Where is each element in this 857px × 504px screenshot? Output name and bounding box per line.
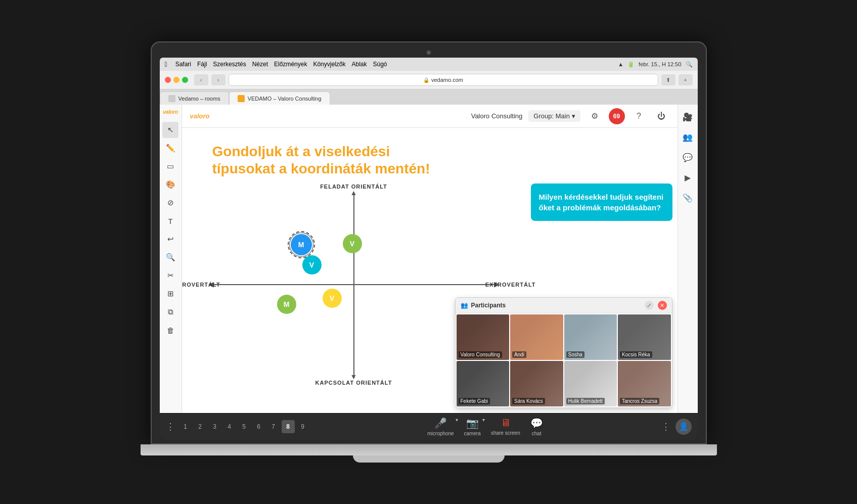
page-btn-8[interactable]: 8 [282,420,295,433]
node-m1[interactable]: M [291,234,312,255]
back-button[interactable]: ‹ [194,74,208,85]
tool-layers[interactable]: ⧉ [162,304,178,320]
menu-bookmarks[interactable]: Könyvjelzők [313,61,345,68]
page-btn-5[interactable]: 5 [238,420,251,433]
microphone-label: microphone [427,431,454,436]
rs-attach-button[interactable]: 📎 [680,190,696,206]
node-v3[interactable]: V [323,289,342,308]
menu-file[interactable]: Fájl [197,61,207,68]
laptop-camera [427,51,431,55]
callout-text: Milyen kérdésekkel tudjuk segíteni őket … [539,193,664,212]
page-btn-7[interactable]: 7 [267,420,280,433]
participants-close-button[interactable]: ✕ [658,301,667,310]
url-bar[interactable]: 🔒 vedamo.com [229,74,658,86]
participant-name-1: Andi [512,351,526,358]
camera-label: camera [464,431,481,436]
page-btn-2[interactable]: 2 [194,420,207,433]
toolbar-more-dots[interactable]: ⋮ [661,421,670,432]
tool-rect[interactable]: ▭ [162,158,178,174]
page-btn-4[interactable]: 4 [223,420,236,433]
tool-zoom[interactable]: 🔍 [162,249,178,265]
laptop-screen:  Safari Fájl Szerkesztés Nézet Előzmény… [160,58,698,439]
participant-cell-4: Fekete Gabi [457,361,510,406]
page-btn-3[interactable]: 3 [208,420,221,433]
participant-cell-5: Sára Kovács [510,361,563,406]
main-area: valoro Valoro Consulting Group: Main ▾ ⚙… [182,105,678,413]
tool-paint[interactable]: 🎨 [162,176,178,193]
participants-panel: 👥 Participants ⤢ ✕ Valoro Con [455,297,672,408]
menu-view[interactable]: Nézet [252,61,268,68]
tool-select[interactable]: ↖ [162,122,178,138]
tool-grid[interactable]: ⊞ [162,286,178,302]
rs-video-button[interactable]: 🎥 [680,109,696,125]
menu-help[interactable]: Súgó [373,61,387,68]
search-icon[interactable]: 🔍 [686,61,693,68]
page-btn-6[interactable]: 6 [252,420,265,433]
participants-controls: ⤢ ✕ [645,301,667,310]
tool-text[interactable]: T [162,213,178,229]
tool-undo[interactable]: ↩ [162,231,178,247]
close-button[interactable] [165,77,171,83]
participant-name-6: Hulik Bernadett [566,398,605,404]
share-button[interactable]: ⬆ [661,74,675,85]
tool-pen[interactable]: ✏️ [162,140,178,156]
chat-action[interactable]: 💬 chat [530,417,543,436]
participants-expand-button[interactable]: ⤢ [645,301,654,310]
tool-eraser[interactable]: ⊘ [162,195,178,211]
header-group-selector[interactable]: Group: Main ▾ [528,110,580,122]
menu-edit[interactable]: Szerkesztés [213,61,246,68]
tab-vedamo-rooms[interactable]: Vedamo – rooms [160,91,229,105]
page-navigation: 1 2 3 4 5 6 7 8 9 [179,420,309,433]
power-button[interactable]: ⏻ [653,108,669,124]
node-v2[interactable]: V [343,234,362,253]
chat-icon: 💬 [530,417,543,429]
notification-button[interactable]: 69 [609,108,625,124]
menu-history[interactable]: Előzmények [274,61,307,68]
camera-action[interactable]: 📷 camera ▾ [464,417,481,436]
forward-button[interactable]: › [211,74,225,85]
tool-cut[interactable]: ✂ [162,267,178,284]
participants-grid: Valoro Consulting Andi Sosha Kocsis Réka [456,313,672,407]
tab-vedamo-consulting[interactable]: VEDAMO – Valoro Consulting [229,91,330,105]
maximize-button[interactable] [182,77,188,83]
settings-button[interactable]: ⚙ [587,108,603,124]
heading-line1: Gondoljuk át a viselkedési [212,143,430,160]
axis-label-right: EXTROVERTÁLT [485,282,536,288]
tool-delete[interactable]: 🗑 [162,322,178,338]
menu-window[interactable]: Ablak [351,61,367,68]
page-btn-9[interactable]: 9 [296,420,309,433]
traffic-lights [165,77,188,83]
rs-play-button[interactable]: ▶ [680,169,696,186]
microphone-icon: 🎤 [434,417,447,429]
participant-cell-1: Andi [510,314,563,360]
toolbar-right: ⋮ 👤 [661,419,692,435]
participants-label: Participants [471,302,506,309]
callout-box: Milyen kérdésekkel tudjuk segíteni őket … [531,184,672,221]
toolbar-participants-button[interactable]: 👤 [675,419,692,435]
participant-cell-2: Sosha [564,314,617,360]
participants-header: 👥 Participants ⤢ ✕ [456,298,672,313]
axis-label-bottom: KAPCSOLAT ORIENTÁLT [315,380,392,386]
help-button[interactable]: ? [631,108,647,124]
minimize-button[interactable] [173,77,179,83]
axis-vertical [353,194,354,376]
menu-safari[interactable]: Safari [175,61,191,68]
participant-cell-3: Kocsis Réka [618,314,671,360]
node-m2[interactable]: M [277,295,296,314]
laptop-notch-bar [160,51,698,55]
slide-heading: Gondoljuk át a viselkedési típusokat a k… [212,143,430,177]
node-v1[interactable]: V [302,255,322,274]
coord-diagram: FELADAT ORIENTÁLT KAPCSOLAT ORIENTÁLT IN… [212,194,495,376]
rs-participants-button[interactable]: 👥 [680,129,696,145]
wifi-icon: ▲ [618,61,623,67]
axis-label-left: INTROVERTÁLT [182,282,220,288]
rs-chat-button[interactable]: 💬 [680,149,696,165]
microphone-action[interactable]: 🎤 microphone ▾ [427,417,454,436]
bottom-toolbar: ⋮ 1 2 3 4 5 6 7 8 9 🎤 microphone ▾ [160,413,698,439]
page-btn-1[interactable]: 1 [179,420,192,433]
toolbar-center: 🎤 microphone ▾ 📷 camera ▾ 🖥 share screen [311,417,659,436]
new-tab-button[interactable]: + [679,74,693,85]
more-options-button[interactable]: ⋮ [166,421,175,432]
participant-cell-0: Valoro Consulting [457,314,510,360]
share-screen-action[interactable]: 🖥 share screen [491,417,520,436]
